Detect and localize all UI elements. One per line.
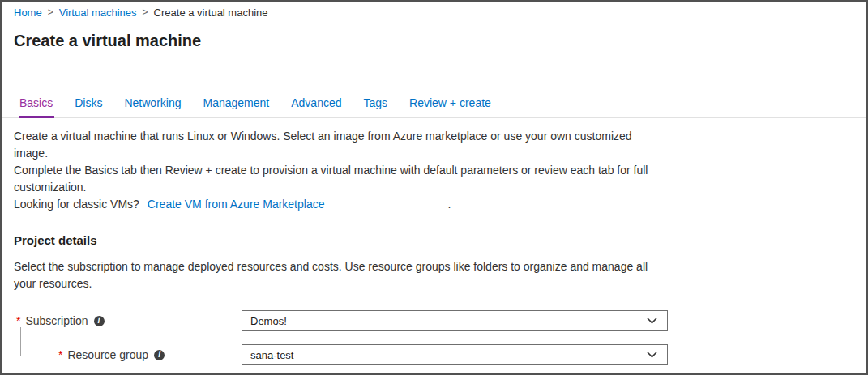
classic-vm-prompt: Looking for classic VMs? xyxy=(14,196,139,213)
breadcrumb-current-page: Create a virtual machine xyxy=(154,6,268,19)
intro-line: Create a virtual machine that runs Linux… xyxy=(14,128,866,145)
chevron-down-icon xyxy=(647,317,657,324)
classic-vm-line: Looking for classic VMs? Create VM from … xyxy=(14,196,866,213)
intro-line: Complete the Basics tab then Review + cr… xyxy=(14,162,866,179)
trailing-period: . xyxy=(447,196,451,213)
tab-basics[interactable]: Basics xyxy=(19,96,53,109)
subscription-label: Subscription xyxy=(25,314,88,327)
tab-strip: Basics Disks Networking Management Advan… xyxy=(2,73,866,118)
project-details-line: Select the subscription to manage deploy… xyxy=(14,258,866,275)
breadcrumb-separator: > xyxy=(48,6,53,18)
create-vm-blade: Home > Virtual machines > Create a virtu… xyxy=(0,0,868,375)
project-details-form: * Subscription i Demos! * Resource group… xyxy=(14,310,866,375)
project-details-heading: Project details xyxy=(14,233,866,247)
subscription-selected-value: Demos! xyxy=(250,315,287,327)
tab-disks[interactable]: Disks xyxy=(75,96,102,109)
required-asterisk: * xyxy=(16,314,20,327)
subscription-label-cell: * Subscription i xyxy=(14,314,242,327)
info-icon[interactable]: i xyxy=(94,316,105,326)
subscription-dropdown[interactable]: Demos! xyxy=(242,310,668,331)
project-details-line: your resources. xyxy=(14,275,866,292)
breadcrumb-virtual-machines-link[interactable]: Virtual machines xyxy=(59,6,137,19)
tab-networking[interactable]: Networking xyxy=(124,96,181,109)
resource-group-label: Resource group xyxy=(67,348,148,361)
chevron-down-icon xyxy=(647,352,657,358)
page-title: Create a virtual machine xyxy=(14,31,866,50)
tab-management[interactable]: Management xyxy=(203,96,270,109)
info-icon[interactable]: i xyxy=(154,350,165,360)
intro-line: customization. xyxy=(14,179,866,196)
breadcrumb-home-link[interactable]: Home xyxy=(14,6,42,19)
resource-group-dropdown[interactable]: sana-test xyxy=(242,344,668,365)
required-asterisk: * xyxy=(58,348,62,361)
header-divider xyxy=(2,66,866,66)
parent-child-connector-line xyxy=(20,327,52,356)
resource-group-row: * Resource group i sana-test xyxy=(14,344,866,365)
subscription-row: * Subscription i Demos! xyxy=(14,310,866,331)
tab-review-create[interactable]: Review + create xyxy=(409,96,491,109)
resource-group-selected-value: sana-test xyxy=(250,349,293,361)
create-new-resource-group-link[interactable]: Create new xyxy=(242,370,295,375)
tab-tags[interactable]: Tags xyxy=(364,96,388,109)
intro-description: Create a virtual machine that runs Linux… xyxy=(14,128,866,213)
breadcrumb-separator: > xyxy=(143,6,148,18)
breadcrumb: Home > Virtual machines > Create a virtu… xyxy=(2,2,866,23)
tab-advanced[interactable]: Advanced xyxy=(291,96,341,109)
project-details-description: Select the subscription to manage deploy… xyxy=(14,258,866,292)
create-vm-marketplace-link[interactable]: Create VM from Azure Marketplace xyxy=(148,196,325,213)
intro-line: image. xyxy=(14,145,866,162)
